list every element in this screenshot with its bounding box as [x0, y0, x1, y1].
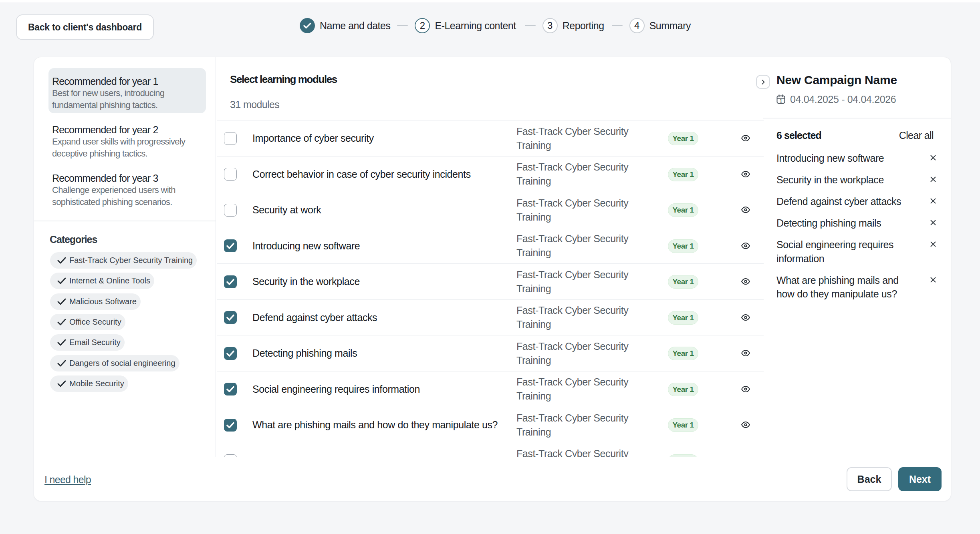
svg-text:1: 1 [780, 98, 782, 103]
